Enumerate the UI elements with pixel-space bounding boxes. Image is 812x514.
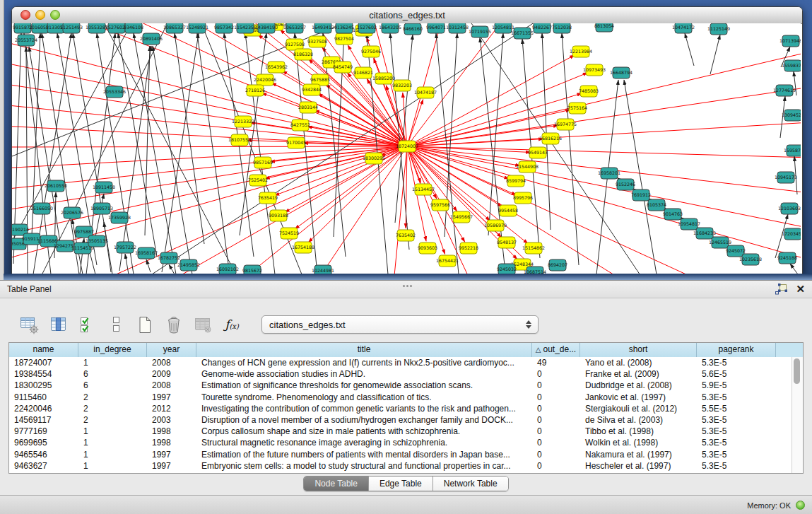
cell-title: Estimation of significance thresholds fo… — [196, 380, 532, 391]
column-header-label: name — [33, 344, 54, 354]
graph-node-label: 9014763 — [663, 211, 683, 216]
table-body: 1872400712008Changes of HCN gene express… — [9, 357, 792, 473]
unselect-all-rows[interactable] — [105, 314, 126, 335]
window-titlebar[interactable]: citations_edges.txt — [12, 7, 802, 24]
cell-title: Investigating the contribution of common… — [196, 403, 532, 414]
table-row[interactable]: 911546021997Tourette syndrome. Phenomeno… — [9, 392, 792, 403]
column-header-title[interactable]: title — [196, 343, 532, 357]
graph-node-label: 9170045 — [286, 140, 306, 145]
cell-in-degree: 6 — [78, 380, 147, 391]
graph-node-label: 9549143 — [528, 150, 548, 155]
column-header-name[interactable]: name — [9, 343, 78, 357]
cell-pagerank: 5.3E-5 — [697, 357, 776, 368]
table-row[interactable]: 1830029562008Estimation of significance … — [9, 380, 792, 391]
column-header-pagerank[interactable]: pagerank — [697, 343, 776, 357]
delete-table[interactable] — [163, 314, 184, 335]
graph-node-label: 15958744 — [784, 148, 801, 153]
column-header-label: year — [163, 344, 180, 354]
graph-node-label: 17957222 — [114, 245, 136, 250]
tab-network-table[interactable]: Network Table — [433, 477, 508, 491]
scrollbar-thumb[interactable] — [794, 358, 800, 384]
select-all-rows[interactable] — [76, 314, 98, 335]
cell-short: Jankovic et al. (1997) — [580, 392, 697, 403]
graph-node-label: 11684233 — [693, 230, 716, 235]
splitter-grip[interactable] — [406, 285, 408, 287]
cell-out-de-: 0 — [532, 368, 580, 380]
graph-node-label: 12213984 — [570, 49, 592, 54]
float-panel-icon[interactable] — [774, 283, 789, 295]
table-row[interactable]: 969969511998Structural magnetic resonanc… — [9, 437, 792, 448]
graph-node-label: 10719155 — [469, 29, 491, 34]
network-window: citations_edges.txt 18724007183002958912… — [11, 6, 803, 276]
status-bar: Memory: OK — [0, 495, 812, 514]
tab-edge-table[interactable]: Edge Table — [368, 477, 433, 491]
citation-network-graph[interactable]: 1872400718300295891295414226063912750881… — [12, 23, 801, 274]
cell-in-degree: 1 — [78, 357, 147, 368]
table-options[interactable] — [18, 314, 40, 335]
table-select-value: citations_edges.txt — [262, 320, 526, 330]
new-table[interactable] — [134, 314, 155, 335]
graph-node-label: 7635402 — [396, 233, 416, 238]
table-row[interactable]: 977716911998Corpus callosum shape and si… — [9, 426, 792, 437]
table-row[interactable]: 1872400712008Changes of HCN gene express… — [9, 357, 792, 368]
graph-node-label: 8186328 — [293, 52, 313, 57]
tab-node-table[interactable]: Node Table — [304, 477, 368, 491]
graph-node-label: 9815672 — [242, 268, 262, 273]
network-canvas[interactable]: 1872400718300295891295414226063912750881… — [12, 23, 801, 274]
graph-node-label: 7524519 — [279, 230, 299, 235]
close-panel-icon[interactable]: ✕ — [796, 283, 805, 295]
table-row[interactable]: 1938455462009Genome-wide association stu… — [9, 368, 792, 380]
column-header-year[interactable]: year — [147, 343, 196, 357]
graph-node-label: 2803144 — [298, 105, 318, 110]
graph-node-label: 21495852 — [177, 262, 200, 267]
table-row[interactable]: 946554611997Estimation of the future num… — [9, 449, 792, 460]
graph-node-label: 11125149 — [707, 26, 730, 31]
cell-short: Wolkin et al. (1998) — [580, 437, 697, 448]
cell-in-degree: 2 — [78, 414, 147, 426]
graph-node-label: 8454749 — [333, 64, 353, 69]
show-columns[interactable] — [47, 314, 69, 335]
graph-node-label: 9597566 — [430, 202, 450, 207]
table-row[interactable]: 2242004622012Investigating the contribut… — [9, 403, 792, 414]
column-header-label: in_degree — [93, 344, 131, 354]
cell-name: 18300295 — [9, 380, 78, 391]
graph-node-label: 18300295 — [363, 156, 385, 160]
graph-node-label: 17203455 — [782, 231, 801, 236]
table-select[interactable]: citations_edges.txt — [261, 315, 539, 334]
graph-node-label: 15154862 — [522, 245, 545, 250]
cell-name: 19384554 — [9, 368, 78, 380]
cell-pagerank: 5.9E-5 — [697, 380, 776, 391]
graph-node-label: 9964071 — [426, 25, 446, 30]
table-row[interactable]: 946362711997Embryonic stem cells: a mode… — [9, 460, 792, 472]
graph-node-label: 9857342 — [214, 25, 234, 30]
column-header-out-de-[interactable]: △out_de... — [532, 343, 580, 357]
graph-node-label: 16958167 — [135, 250, 158, 255]
column-header-label: out_de... — [543, 344, 576, 354]
cell-pagerank: 5.5E-5 — [697, 403, 776, 414]
function-builder[interactable]: ƒ(x) — [221, 314, 242, 335]
vertical-scrollbar[interactable] — [792, 357, 803, 473]
combo-stepper-icon — [526, 320, 531, 329]
graph-node-label: 12465519 — [709, 240, 731, 245]
graph-node-label: 7691912 — [631, 192, 651, 197]
cell-short: Franke et al. (2009) — [580, 368, 697, 380]
cell-in-degree: 1 — [78, 426, 147, 437]
graph-node-label: 7512038 — [552, 25, 572, 30]
table-panel: Table Panel ✕ — [0, 280, 812, 495]
graph-node-label: 8995796 — [513, 195, 533, 200]
column-header-short[interactable]: short — [580, 343, 697, 357]
column-header-in-degree[interactable]: in_degree — [78, 343, 147, 357]
graph-node-label: 18724007 — [396, 144, 418, 148]
cell-year: 1998 — [147, 426, 196, 437]
table-row[interactable]: 1456911722003Disruption of a novel membe… — [9, 414, 792, 426]
graph-node-label: 16974775 — [554, 122, 577, 127]
graph-node-label: 10713948 — [779, 38, 801, 43]
cell-year: 2003 — [147, 414, 196, 426]
cell-name: 18724007 — [9, 357, 78, 368]
memory-status-dot — [796, 501, 805, 510]
graph-node-label: 10244981 — [312, 268, 334, 273]
cell-in-degree: 1 — [78, 449, 147, 460]
cell-title: Disruption of a novel member of a sodium… — [196, 414, 532, 426]
graph-node-label: 1527602 — [357, 25, 377, 30]
cell-out-de-: 0 — [532, 403, 580, 414]
